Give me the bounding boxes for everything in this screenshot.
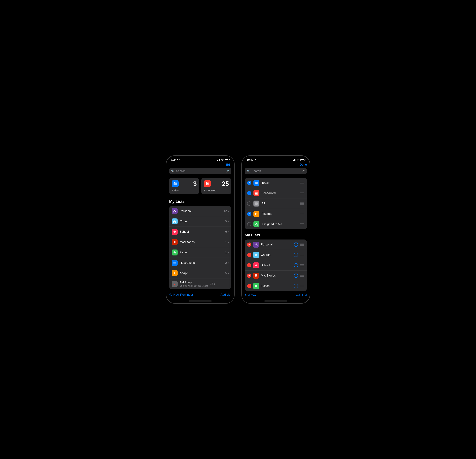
- edit-item-fiction[interactable]: − Fiction i: [245, 281, 307, 291]
- edit-item-macstories[interactable]: − MacStories i: [245, 270, 307, 281]
- svg-rect-35: [255, 203, 258, 205]
- drag-handle-all[interactable]: [300, 202, 304, 205]
- today-check[interactable]: ✓: [247, 181, 251, 185]
- info-macstories-button[interactable]: i: [294, 274, 298, 278]
- smart-flagged-name: Flagged: [262, 212, 298, 216]
- smart-item-all[interactable]: All: [245, 198, 307, 209]
- search-placeholder-left: Search: [176, 169, 224, 173]
- remove-fiction-button[interactable]: −: [247, 284, 251, 288]
- edit-item-school[interactable]: − School i: [245, 260, 307, 270]
- today-widget[interactable]: 25 3 Today: [169, 178, 199, 194]
- widgets-row: 25 3 Today 25 Scheduled: [169, 178, 231, 194]
- today-widget-icon: 25: [172, 180, 179, 187]
- illustrations-count: 2: [225, 261, 227, 265]
- drag-school[interactable]: [300, 264, 304, 267]
- location-arrow-icon-right: ↗: [254, 159, 256, 161]
- search-placeholder-right: Search: [252, 169, 300, 173]
- svg-rect-33: [256, 192, 256, 193]
- chevron-icon: ›: [228, 241, 229, 244]
- search-bar-right[interactable]: 🔍 Search 🎤: [245, 168, 307, 174]
- drag-fiction[interactable]: [300, 285, 304, 287]
- info-church-button[interactable]: i: [294, 253, 298, 257]
- my-lists-title: My Lists: [169, 199, 231, 204]
- svg-rect-8: [206, 184, 207, 184]
- remove-personal-button[interactable]: −: [247, 243, 251, 247]
- signal-icon-right: [293, 159, 296, 161]
- info-personal-button[interactable]: i: [294, 243, 298, 247]
- search-bar-left[interactable]: 🔍 Search 🎤: [169, 168, 231, 174]
- drag-macstories[interactable]: [300, 274, 304, 277]
- battery-icon-right: [300, 159, 305, 161]
- remove-church-button[interactable]: −: [247, 253, 251, 257]
- drag-handle-assigned[interactable]: [300, 223, 304, 226]
- chevron-icon: ›: [228, 210, 229, 213]
- edit-macstories-name: MacStories: [261, 274, 292, 277]
- smart-item-flagged[interactable]: ✓ Flagged: [245, 209, 307, 219]
- today-count: 3: [193, 180, 197, 188]
- svg-rect-18: [173, 262, 176, 262]
- bottom-bar-right: Add Group Add List: [242, 291, 310, 301]
- info-school-button[interactable]: i: [294, 263, 298, 267]
- fiction-name: Fiction: [180, 251, 223, 254]
- smart-item-today[interactable]: ✓ 25 Today: [245, 178, 307, 188]
- edit-fiction-name: Fiction: [261, 284, 292, 288]
- drag-handle-scheduled[interactable]: [300, 192, 304, 195]
- svg-rect-31: [256, 193, 257, 193]
- smart-today-icon: 25: [254, 180, 259, 186]
- scheduled-widget[interactable]: 25 Scheduled: [201, 178, 231, 194]
- drag-handle-flagged[interactable]: [300, 213, 304, 215]
- church-icon: [172, 218, 178, 224]
- mic-icon[interactable]: 🎤: [226, 170, 229, 173]
- smart-all-name: All: [262, 202, 298, 205]
- list-item-fiction[interactable]: Fiction 1 ›: [169, 247, 231, 258]
- app-content-left[interactable]: Edit 🔍 Search 🎤 25 3 Today: [166, 162, 234, 290]
- status-time-right: 10:47 ↗: [247, 158, 256, 161]
- smart-today-name: Today: [262, 181, 298, 185]
- smart-item-scheduled[interactable]: ✓ Scheduled: [245, 188, 307, 198]
- remove-school-button[interactable]: −: [247, 263, 251, 267]
- add-list-button-right[interactable]: Add List: [296, 294, 307, 297]
- drag-personal[interactable]: [300, 243, 304, 246]
- bottom-bar-left: ⊕ New Reminder Add List: [166, 290, 234, 301]
- done-button[interactable]: Done: [300, 163, 307, 166]
- add-group-button[interactable]: Add Group: [245, 294, 259, 297]
- smart-item-assigned[interactable]: Assigned to Me: [245, 219, 307, 229]
- chevron-icon: ›: [228, 230, 229, 233]
- list-item-illustrations[interactable]: Illustrations 2 ›: [169, 258, 231, 268]
- app-content-right[interactable]: Done 🔍 Search 🎤 ✓ 25 Today: [242, 162, 310, 291]
- edit-item-personal[interactable]: − Personal i: [245, 239, 307, 250]
- drag-church[interactable]: [300, 254, 304, 256]
- svg-text:25: 25: [174, 184, 176, 185]
- list-item-askadapt[interactable]: ? AskAdapt Shared with Federico Viticci …: [169, 279, 231, 289]
- flagged-check[interactable]: ✓: [247, 212, 251, 216]
- school-name: School: [180, 230, 223, 234]
- list-item-personal[interactable]: Personal 12 ›: [169, 206, 231, 216]
- search-icon: 🔍: [171, 170, 175, 173]
- wifi-icon: [221, 158, 224, 161]
- edit-button[interactable]: Edit: [226, 163, 231, 166]
- assigned-check[interactable]: [247, 222, 251, 226]
- adapt-name: Adapt: [180, 271, 223, 275]
- svg-rect-3: [174, 182, 175, 183]
- edit-personal-icon: [253, 242, 259, 247]
- lists-container-left: Personal 12 › Church 5 ›: [169, 206, 231, 289]
- askadapt-subtitle: Shared with Federico Viticci: [180, 284, 208, 287]
- svg-rect-39: [256, 255, 256, 256]
- all-check[interactable]: [247, 201, 251, 206]
- edit-item-church[interactable]: − Church i: [245, 250, 307, 260]
- smart-all-icon: [254, 201, 259, 206]
- list-item-adapt[interactable]: Adapt 5 ›: [169, 268, 231, 279]
- scheduled-check[interactable]: ✓: [247, 191, 251, 195]
- svg-rect-7: [206, 183, 207, 184]
- info-fiction-button[interactable]: i: [294, 284, 298, 288]
- scheduled-count: 25: [222, 180, 229, 188]
- list-item-school[interactable]: School 6 ›: [169, 227, 231, 237]
- list-item-macstories[interactable]: MacStories 1 ›: [169, 237, 231, 247]
- list-item-church[interactable]: Church 5 ›: [169, 216, 231, 227]
- mic-icon-right[interactable]: 🎤: [301, 170, 305, 173]
- status-time: 10:47 ↗: [171, 158, 180, 161]
- drag-handle-today[interactable]: [300, 181, 304, 184]
- new-reminder-button[interactable]: ⊕ New Reminder: [169, 293, 193, 297]
- remove-macstories-button[interactable]: −: [247, 274, 251, 278]
- add-list-button-left[interactable]: Add List: [221, 293, 231, 296]
